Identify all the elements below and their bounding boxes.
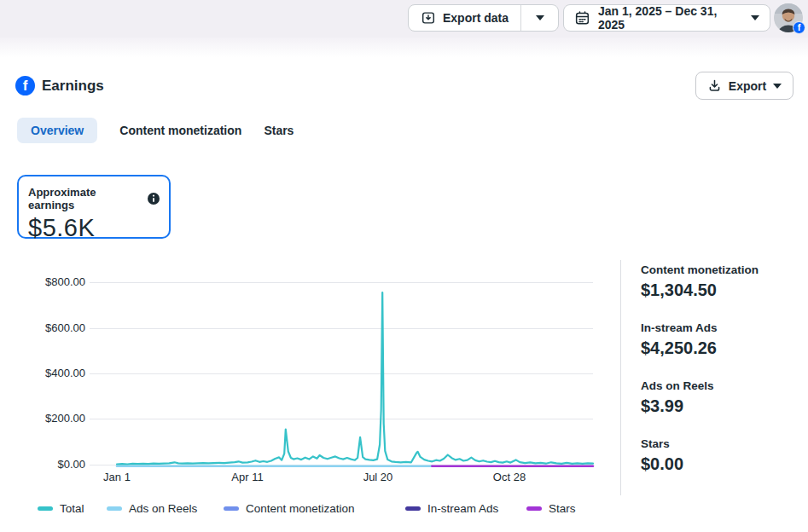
export-label: Export bbox=[729, 79, 766, 93]
download-icon bbox=[707, 78, 722, 93]
x-axis-tick: Oct 28 bbox=[475, 471, 544, 483]
stat-label: In-stream Ads bbox=[641, 321, 803, 334]
approximate-earnings-card[interactable]: Approximate earnings $5.6K bbox=[17, 175, 171, 239]
side-stat-content-monetization: Content monetization $1,304.50 bbox=[641, 263, 803, 300]
legend-swatch-total bbox=[38, 506, 53, 511]
x-axis-tick: Jul 20 bbox=[344, 471, 412, 483]
stat-label: Content monetization bbox=[641, 263, 803, 276]
stat-value: $4,250.26 bbox=[641, 338, 803, 358]
y-axis-tick: $600.00 bbox=[14, 321, 85, 334]
tab-overview[interactable]: Overview bbox=[17, 118, 97, 143]
y-axis-tick: $0.00 bbox=[14, 458, 85, 471]
legend-item-ads-on-reels: Ads on Reels bbox=[107, 502, 197, 515]
approximate-earnings-value: $5.6K bbox=[28, 214, 160, 242]
legend-item-total: Total bbox=[38, 502, 84, 515]
legend-label: Total bbox=[60, 502, 84, 515]
topbar-shadow bbox=[0, 38, 808, 57]
earnings-dashboard: Export data Jan 1, 2025 – Dec 31, 2025 bbox=[0, 0, 808, 532]
info-icon[interactable] bbox=[148, 193, 160, 205]
earnings-line-chart[interactable] bbox=[81, 269, 603, 482]
x-axis-tick: Jan 1 bbox=[83, 471, 151, 483]
side-stat-in-stream-ads: In-stream Ads $4,250.26 bbox=[641, 321, 803, 358]
stat-label: Stars bbox=[641, 437, 803, 450]
download-tray-icon bbox=[421, 10, 436, 26]
divider bbox=[620, 260, 621, 495]
chevron-down-icon bbox=[773, 84, 782, 89]
tab-bar: Overview Content monetization Stars bbox=[17, 117, 294, 144]
legend-swatch-content-monetization bbox=[224, 506, 239, 511]
export-data-dropdown-button[interactable] bbox=[521, 5, 558, 31]
tab-content-monetization[interactable]: Content monetization bbox=[119, 124, 241, 137]
export-data-split-button: Export data bbox=[408, 4, 559, 32]
date-range-picker[interactable]: Jan 1, 2025 – Dec 31, 2025 bbox=[563, 4, 770, 32]
profile-avatar[interactable]: f bbox=[774, 3, 803, 32]
legend-item-in-stream-ads: In-stream Ads bbox=[405, 502, 498, 515]
y-axis-tick: $200.00 bbox=[14, 412, 85, 425]
legend-swatch-in-stream-ads bbox=[405, 506, 421, 511]
stat-value: $0.00 bbox=[641, 454, 803, 474]
legend-item-stars: Stars bbox=[526, 502, 576, 515]
export-data-label: Export data bbox=[443, 11, 509, 25]
legend-swatch-ads-on-reels bbox=[107, 506, 122, 511]
facebook-badge-icon: f bbox=[793, 21, 805, 34]
approximate-earnings-label: Approximate earnings bbox=[28, 186, 142, 211]
legend-label: Ads on Reels bbox=[129, 502, 197, 515]
x-axis-tick: Apr 11 bbox=[213, 471, 282, 483]
stat-value: $1,304.50 bbox=[641, 280, 803, 300]
facebook-logo-icon: f bbox=[15, 76, 35, 95]
legend-item-content-monetization: Content monetization bbox=[224, 502, 355, 515]
side-stat-stars: Stars $0.00 bbox=[641, 437, 803, 474]
calendar-icon bbox=[574, 10, 590, 26]
chevron-down-icon bbox=[751, 15, 759, 20]
page-title: Earnings bbox=[42, 78, 104, 95]
side-stat-ads-on-reels: Ads on Reels $3.99 bbox=[641, 379, 803, 416]
export-data-button[interactable]: Export data bbox=[409, 5, 521, 31]
y-axis-tick: $400.00 bbox=[14, 367, 85, 379]
topbar: Export data Jan 1, 2025 – Dec 31, 2025 bbox=[0, 0, 808, 38]
chevron-down-icon bbox=[536, 15, 544, 20]
stat-label: Ads on Reels bbox=[641, 379, 803, 392]
series-line-total bbox=[117, 292, 593, 465]
tab-stars[interactable]: Stars bbox=[264, 124, 294, 137]
export-button[interactable]: Export bbox=[695, 72, 793, 100]
y-axis-tick: $800.00 bbox=[14, 275, 85, 288]
legend-label: Stars bbox=[549, 502, 576, 515]
legend-label: In-stream Ads bbox=[427, 502, 498, 515]
legend-label: Content monetization bbox=[246, 502, 355, 515]
legend-swatch-stars bbox=[526, 506, 542, 511]
date-range-label: Jan 1, 2025 – Dec 31, 2025 bbox=[598, 4, 743, 32]
stat-value: $3.99 bbox=[641, 396, 803, 416]
